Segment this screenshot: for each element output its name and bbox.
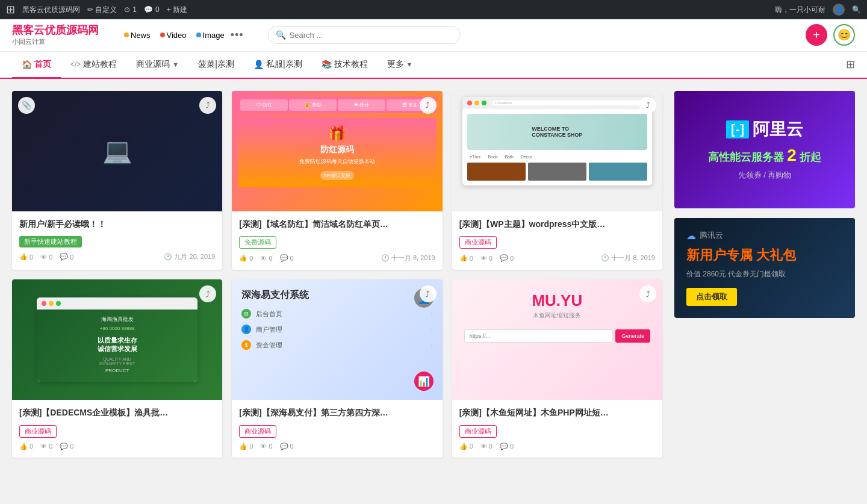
wp-nav: eTher Book Bath Decor	[467, 154, 647, 160]
antired-main: 🎁 防红源码 免费防红源码每天自动更换本站 API接口支持	[238, 118, 436, 187]
nav-image[interactable]: Image	[193, 28, 228, 42]
arrow-icon-2: ›	[430, 326, 433, 333]
tencent-cta-button[interactable]: 点击领取	[686, 288, 737, 306]
nav-more[interactable]: 更多 ▼	[378, 52, 423, 79]
card-2[interactable]: 🛡 防红 💰 赞助 ❤ 统计 ☰ 更多 🎁 防红源码 免费防红源码每天自动更换本…	[232, 91, 442, 270]
card-3-title: [亲测]【WP主题】wordpress中文版…	[459, 219, 655, 231]
card-1-likes: 👍 0	[19, 253, 33, 261]
eye-icon-2: 👁	[260, 255, 267, 262]
card-4-thumb: 海淘渔具批发 +86 0000 88888 以质量求生存诚信营求发展 QUALI…	[12, 279, 222, 400]
nav-private-label: 私服|亲测	[266, 59, 302, 70]
card-6[interactable]: MU.YU 木鱼网址缩短服务 Generate ⤴ [亲测]【木鱼短网址】木鱼P…	[452, 279, 662, 458]
comments-icon: 💬	[144, 5, 153, 14]
admin-avatar[interactable]: 👤	[833, 4, 845, 16]
card-5-share-button[interactable]: ⤴	[420, 285, 437, 302]
nav-video[interactable]: Video	[157, 28, 190, 42]
arrow-icon-3: ›	[430, 341, 433, 349]
nav-news[interactable]: News	[120, 28, 154, 42]
nav-news-label: News	[131, 31, 151, 40]
search-input[interactable]	[290, 31, 453, 40]
aliyun-cta: 先领券 / 再购物	[738, 170, 792, 181]
card-4-share-button[interactable]: ⤴	[199, 285, 216, 302]
card-3-share-button[interactable]: ⤴	[639, 97, 656, 114]
card-3-views: 👁 0	[480, 255, 493, 262]
payment-item-1-icon: ⊞	[241, 309, 251, 319]
posts-icon: ⊙	[124, 5, 130, 14]
card-6-tag[interactable]: 商业源码	[459, 425, 497, 438]
card-1-share-button[interactable]: ⤴	[199, 97, 216, 114]
card-2-share-button[interactable]: ⤴	[420, 97, 437, 114]
card-5-thumb: 👤 深海易支付系统 ⊞ 后台首页 › 👤 商户管理	[232, 279, 442, 400]
card-1-meta: 👍 0 👁 0 💬 0 🕐 九月 20,	[19, 252, 215, 261]
card-4-tag[interactable]: 商业源码	[19, 425, 57, 438]
add-post-button[interactable]: +	[806, 24, 827, 46]
ad-tencent[interactable]: ☁ 腾讯云 新用户专属 大礼包 价值 2860元 代金券无门槛领取 点击领取	[674, 218, 855, 318]
site-header: 黑客云优质源码网 小回云计算 News Video Image ••• 🔍 + …	[0, 19, 867, 52]
card-3-thumb: Constance WELCOME TOCONSTANCE SHOP eTher…	[452, 91, 662, 211]
wp-logo[interactable]: ⊞	[6, 3, 15, 16]
card-5-tag[interactable]: 商业源码	[239, 425, 276, 438]
nav-tutorials[interactable]: </> 建站教程	[61, 52, 126, 79]
image-dot	[196, 33, 201, 37]
payment-fab[interactable]: 📊	[414, 372, 434, 391]
tencent-cloud-icon: ☁	[686, 230, 696, 241]
like-icon-3: 👍	[459, 254, 468, 262]
video-dot	[160, 33, 165, 37]
customize-label: ✏ 自定义	[87, 5, 117, 15]
card-1-tag[interactable]: 新手快速建站教程	[19, 236, 82, 247]
new-button[interactable]: + 新建	[167, 5, 187, 15]
comments-count[interactable]: 💬 0	[144, 5, 160, 14]
card-6-share-button[interactable]: ⤴	[639, 285, 656, 302]
payment-item-2-icon: 👤	[241, 325, 251, 334]
card-4-body: [亲测]【DEDECMS企业模板】渔具批… 商业源码 👍 0 👁 0 💬	[12, 400, 222, 458]
more-chevron-icon: ▼	[406, 61, 413, 68]
more-nav-dots[interactable]: •••	[231, 29, 244, 42]
muyu-generate-button[interactable]: Generate	[615, 329, 650, 343]
card-2-views: 👁 0	[260, 255, 272, 262]
card-1[interactable]: 💻 📎 ⤴ 新用户/新手必读哦！！ 新手快速建站教程 👍 0 👁	[12, 91, 222, 270]
search-box: 🔍	[268, 26, 461, 44]
user-avatar-button[interactable]: 😊	[833, 24, 855, 46]
site-name-admin[interactable]: 黑客云优质源码网	[22, 5, 80, 15]
card-3-tag[interactable]: 商业源码	[459, 236, 497, 249]
nav-tech[interactable]: 📚 技术教程	[312, 52, 378, 79]
admin-search-icon[interactable]: 🔍	[852, 5, 861, 14]
like-icon-6: 👍	[459, 443, 468, 450]
site-title[interactable]: 黑客云优质源码网	[12, 24, 108, 37]
payment-title: 深海易支付系统	[241, 289, 432, 302]
tencent-highlight: 大礼包	[756, 247, 796, 263]
antired-tab-2: 💰 赞助	[289, 99, 337, 111]
grid-view-icon[interactable]: ⊞	[846, 58, 855, 71]
ad-aliyun[interactable]: [-] 阿里云 高性能云服务器 2 折起 先领券 / 再购物	[674, 91, 855, 208]
card-5-likes: 👍 0	[239, 443, 253, 450]
card-1-thumb: 💻 📎 ⤴	[12, 91, 222, 211]
posts-count[interactable]: ⊙ 1	[124, 5, 137, 14]
admin-bar: ⊞ 黑客云优质源码网 ✏ 自定义 ⊙ 1 💬 0 + 新建 嗨，一只小可耐 👤 …	[0, 0, 867, 19]
fishing-browser: 海淘渔具批发 +86 0000 88888 以质量求生存诚信营求发展 QUALI…	[37, 297, 197, 382]
card-4[interactable]: 海淘渔具批发 +86 0000 88888 以质量求生存诚信营求发展 QUALI…	[12, 279, 222, 458]
dot-red-4	[42, 301, 46, 306]
card-2-tag[interactable]: 免费源码	[239, 236, 276, 249]
wp-product-2	[528, 163, 586, 181]
card-3-likes: 👍 0	[459, 254, 473, 262]
wp-product-1	[467, 163, 526, 181]
nav-private[interactable]: 👤 私服|亲测	[244, 52, 312, 79]
comment-icon-4: 💬	[60, 443, 68, 450]
muyu-url-input[interactable]	[464, 329, 614, 343]
customize-link[interactable]: ✏ 自定义	[87, 5, 117, 15]
card-2-body: [亲测]【域名防红】简洁域名防红单页… 免费源码 👍 0 👁 0 💬	[232, 211, 442, 270]
search-icon: 🔍	[276, 30, 286, 40]
nav-tutorials-label: 建站教程	[83, 59, 117, 70]
card-5[interactable]: 👤 深海易支付系统 ⊞ 后台首页 › 👤 商户管理	[232, 279, 442, 458]
wp-nav-3: Bath	[502, 154, 515, 160]
news-dot	[124, 33, 129, 37]
aliyun-highlight: 2	[787, 146, 797, 164]
nav-home[interactable]: 🏠 首页	[12, 52, 61, 79]
card-3[interactable]: Constance WELCOME TOCONSTANCE SHOP eTher…	[452, 91, 662, 270]
nav-commercial[interactable]: 商业源码 ▼	[126, 52, 188, 79]
tencent-subtitle: 价值 2860元 代金券无门槛领取	[686, 269, 843, 279]
dot-red-3	[467, 101, 472, 105]
nav-bocai[interactable]: 菠菜|亲测	[188, 52, 244, 79]
card-1-clip-button[interactable]: 📎	[18, 97, 35, 114]
muyu-logo: MU.YU	[464, 291, 650, 310]
